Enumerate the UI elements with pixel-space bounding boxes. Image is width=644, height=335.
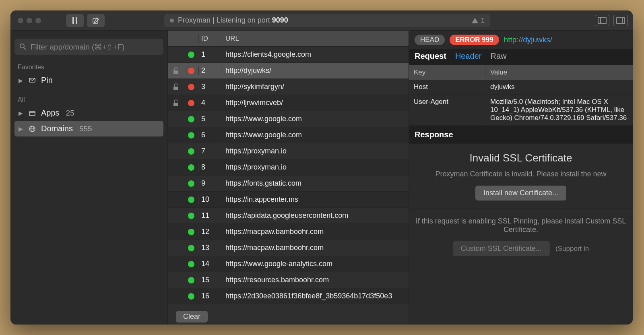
table-row[interactable]: 3http://sykimfargyn/ bbox=[168, 79, 409, 95]
section-all: All bbox=[14, 95, 163, 105]
disclosure-triangle-icon: ▶ bbox=[19, 77, 24, 84]
custom-cert-button[interactable]: Custom SSL Certificate... bbox=[453, 241, 550, 256]
ssl-title: Invalid SSL Certificate bbox=[415, 152, 627, 164]
title-area: Proxyman | Listening on port 9090 1 bbox=[164, 14, 490, 27]
row-url: http://ljrwvimcveb/ bbox=[221, 99, 409, 107]
status-dot-icon bbox=[188, 132, 194, 139]
row-url: https://www.google-analytics.com bbox=[221, 260, 409, 268]
header-row[interactable]: Hostdyjuwks bbox=[409, 80, 633, 95]
traffic-minimize[interactable] bbox=[27, 18, 32, 23]
install-cert-button[interactable]: Install new Certificate... bbox=[475, 186, 566, 201]
header-row[interactable]: User-AgentMozilla/5.0 (Macintosh; Intel … bbox=[409, 95, 633, 126]
traffic-close[interactable] bbox=[18, 18, 23, 23]
request-url: http://dyjuwks/ bbox=[504, 35, 552, 44]
toolbar-right bbox=[595, 15, 628, 26]
table-row[interactable]: 12https://macpaw.bamboohr.com bbox=[168, 224, 409, 240]
header-table-head: Key Value bbox=[409, 65, 633, 80]
row-url: https://www.google.com bbox=[221, 131, 409, 139]
table-row[interactable]: 7https://proxyman.io bbox=[168, 143, 409, 159]
status-dot-icon bbox=[188, 196, 194, 203]
svg-rect-0 bbox=[72, 17, 74, 24]
sidebar-item-label: Apps bbox=[41, 108, 60, 118]
pin-icon bbox=[28, 77, 37, 84]
table-row[interactable]: 2http://dyjuwks/ bbox=[168, 63, 409, 79]
row-url: https://fonts.gstatic.com bbox=[221, 179, 409, 188]
row-id: 5 bbox=[198, 115, 221, 123]
search-icon bbox=[19, 43, 27, 50]
clear-button[interactable]: Clear bbox=[176, 311, 208, 323]
row-id: 4 bbox=[198, 99, 221, 107]
table-row[interactable]: 13https://macpaw.bamboohr.com bbox=[168, 240, 409, 256]
row-url: https://macpaw.bamboohr.com bbox=[221, 244, 409, 252]
error-pill: ERROR 999 bbox=[450, 35, 499, 45]
row-url: http://dyjuwks/ bbox=[221, 66, 409, 75]
svg-rect-5 bbox=[617, 18, 625, 23]
tab-header[interactable]: Header bbox=[455, 52, 482, 61]
compose-button[interactable] bbox=[87, 14, 105, 27]
request-tabbar: Request Header Raw bbox=[409, 49, 633, 65]
pin-body: If this request is enabling SSL Pinning,… bbox=[415, 217, 627, 234]
svg-rect-3 bbox=[598, 18, 606, 23]
svg-rect-15 bbox=[173, 70, 178, 74]
table-row[interactable]: 1https://clients4.google.com bbox=[168, 47, 409, 63]
kv-col-value: Value bbox=[485, 68, 633, 77]
table-row[interactable]: 11https://apidata.googleusercontent.com bbox=[168, 208, 409, 224]
row-id: 6 bbox=[198, 131, 221, 139]
row-url: https://apidata.googleusercontent.com bbox=[221, 211, 409, 220]
filter-input[interactable]: Filter app/domain (⌘+⇧+F) bbox=[14, 39, 163, 55]
unlock-icon bbox=[173, 83, 179, 91]
request-list: ID URL 1https://clients4.google.com2http… bbox=[167, 31, 409, 325]
row-id: 2 bbox=[198, 66, 221, 75]
detail-panel: HEAD ERROR 999 http://dyjuwks/ Request H… bbox=[409, 31, 633, 325]
title-warning[interactable]: 1 bbox=[471, 17, 485, 25]
request-summary: HEAD ERROR 999 http://dyjuwks/ bbox=[409, 31, 633, 49]
row-id: 13 bbox=[198, 244, 221, 252]
sidebar-item-count: 555 bbox=[79, 124, 92, 133]
section-favorites: Favorites bbox=[14, 62, 163, 72]
table-row[interactable]: 4http://ljrwvimcveb/ bbox=[168, 95, 409, 111]
svg-rect-10 bbox=[29, 112, 35, 116]
row-id: 8 bbox=[198, 163, 221, 172]
row-id: 11 bbox=[198, 211, 221, 220]
header-value: dyjuwks bbox=[485, 83, 633, 91]
col-url[interactable]: URL bbox=[221, 35, 409, 43]
table-row[interactable]: 5https://www.google.com bbox=[168, 111, 409, 127]
svg-rect-17 bbox=[173, 103, 178, 106]
row-id: 1 bbox=[198, 50, 221, 59]
window-controls bbox=[15, 18, 43, 23]
status-dot-icon bbox=[188, 261, 194, 267]
sidebar-item-pin[interactable]: ▶Pin bbox=[14, 72, 163, 88]
sidebar-item-apps[interactable]: ▶Apps25 bbox=[14, 105, 163, 121]
status-dot-icon bbox=[188, 293, 194, 300]
table-row[interactable]: 10https://in.appcenter.ms bbox=[168, 192, 409, 208]
sidebar-item-domains[interactable]: ▶Domains555 bbox=[14, 121, 163, 136]
layout-panel-button[interactable] bbox=[613, 15, 628, 26]
table-row[interactable]: 14https://www.google-analytics.com bbox=[168, 256, 409, 272]
row-url: https://resources.bamboohr.com bbox=[221, 276, 409, 284]
status-dot-icon bbox=[188, 277, 194, 283]
row-id: 14 bbox=[198, 260, 221, 268]
filter-placeholder: Filter app/domain (⌘+⇧+F) bbox=[31, 42, 125, 52]
row-id: 16 bbox=[198, 292, 221, 300]
row-id: 9 bbox=[198, 179, 221, 188]
layout-sidebar-button[interactable] bbox=[595, 15, 609, 26]
method-pill: HEAD bbox=[415, 35, 445, 45]
apps-icon bbox=[28, 110, 37, 117]
table-row[interactable]: 15https://resources.bamboohr.com bbox=[168, 272, 409, 288]
pause-button[interactable] bbox=[66, 14, 84, 27]
unlock-icon bbox=[173, 99, 179, 107]
table-row[interactable]: 6https://www.google.com bbox=[168, 127, 409, 143]
status-dot-icon bbox=[188, 116, 194, 122]
tab-raw[interactable]: Raw bbox=[491, 52, 507, 61]
col-id[interactable]: ID bbox=[198, 35, 221, 43]
ssl-cert-block: Invalid SSL Certificate Proxyman Certifi… bbox=[409, 144, 633, 209]
table-row[interactable]: 16https://2d30ee03861f36bfee8f_3b59364b1… bbox=[168, 288, 409, 304]
table-row[interactable]: 8https://proxyman.io bbox=[168, 159, 409, 176]
traffic-zoom[interactable] bbox=[35, 18, 41, 23]
table-row[interactable]: 9https://fonts.gstatic.com bbox=[168, 176, 409, 192]
status-dot-icon bbox=[188, 52, 194, 58]
tab-request[interactable]: Request bbox=[415, 52, 446, 61]
status-dot-icon bbox=[188, 229, 194, 235]
toolbar: Proxyman | Listening on port 9090 1 bbox=[10, 10, 633, 31]
row-url: https://2d30ee03861f36bfee8f_3b59364b17d… bbox=[221, 292, 409, 300]
